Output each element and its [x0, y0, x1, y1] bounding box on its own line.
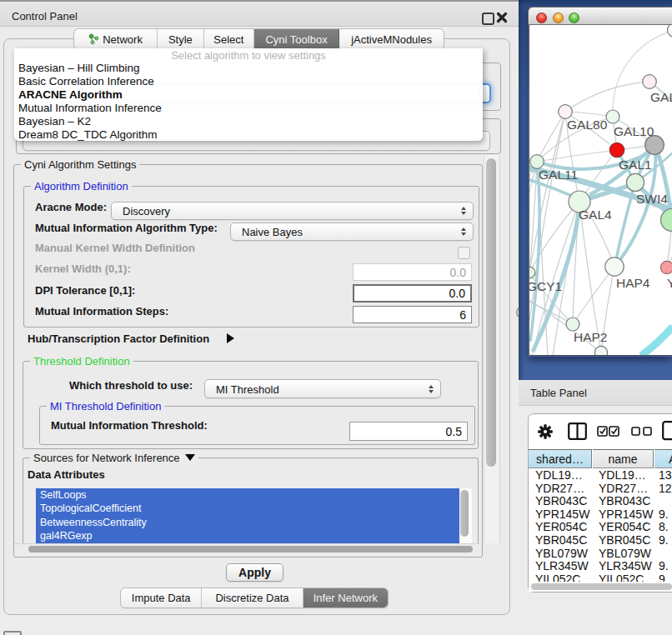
data-attributes-list[interactable]: SelfLoopsTopologicalCoefficientBetweenne… — [36, 488, 472, 543]
manual-kernel-checkbox[interactable] — [458, 247, 470, 259]
document-icon[interactable] — [662, 421, 672, 441]
hub-definition-label[interactable]: Hub/Transcription Factor Definition — [28, 332, 209, 345]
graph-node-label: GAL10 — [614, 124, 654, 138]
table-cell: YIL052C — [529, 573, 592, 582]
aracne-mode-combobox[interactable]: Discovery — [111, 202, 474, 220]
table-row[interactable]: YDR27…YDR27…12 — [529, 482, 672, 496]
tab-jactivemnodules[interactable]: jActiveMNodules — [339, 29, 444, 49]
network-window-titlebar[interactable] — [528, 7, 672, 25]
kernel-width-label: Kernel Width (0,1): — [35, 262, 131, 275]
mi-threshold-group-title: MI Threshold Definition — [47, 400, 164, 412]
table-rows[interactable]: YDL19…YDL19…13YDR27…YDR27…12YBR043CYBR04… — [529, 469, 672, 582]
graph-edge[interactable] — [529, 300, 601, 352]
graph-node[interactable] — [594, 346, 607, 356]
table-row[interactable]: YBR045CYBR045C9. — [529, 534, 672, 548]
tab-impute-data[interactable]: Impute Data — [121, 588, 202, 608]
graph-node-swi4[interactable] — [626, 173, 644, 191]
graph-edge[interactable] — [573, 267, 614, 324]
table-cell: 9. — [654, 573, 669, 582]
combo-arrows-icon — [461, 228, 466, 236]
unchecked-columns-icon[interactable] — [631, 427, 652, 436]
graph-node-gal80[interactable] — [559, 105, 573, 119]
apply-button[interactable]: Apply — [226, 563, 283, 582]
table-row[interactable]: YDL19…YDL19…13 — [529, 469, 672, 482]
graph-node-y[interactable] — [660, 261, 672, 273]
table-row[interactable]: YIL052CYIL052C9. — [529, 573, 672, 582]
table-row[interactable]: YLR345WYLR345W9. — [529, 560, 672, 573]
table-header-shared-name[interactable]: shared… — [529, 449, 592, 468]
table-cell: 13 — [654, 469, 672, 482]
cytoscape-app: Control Panel NetworkStyleSelectCyni Too… — [0, 0, 672, 635]
table-cell: YBR045C — [529, 534, 592, 548]
graph-node[interactable] — [668, 25, 672, 38]
graph-node-gal1[interactable] — [609, 142, 624, 157]
dropdown-item[interactable]: Bayesian – K2 — [14, 115, 483, 128]
collapse-down-icon[interactable] — [185, 454, 195, 461]
column-header-label: shared… — [536, 452, 584, 466]
algorithm-dropdown-popup: Select algorithm to view settingsBayesia… — [14, 48, 483, 141]
table-row[interactable]: YPR145WYPR145W9. — [529, 508, 672, 522]
window-close-icon[interactable] — [536, 12, 547, 23]
dropdown-item[interactable]: Bayesian – Hill Climbing — [14, 62, 483, 75]
dpi-tolerance-field[interactable]: 0.0 — [353, 284, 472, 302]
close-icon[interactable] — [496, 12, 508, 23]
settings-hscrollbar-thumb[interactable] — [28, 546, 473, 552]
graph-edge[interactable] — [565, 82, 649, 112]
float-window-icon[interactable] — [482, 12, 494, 25]
graph-node-hap4[interactable] — [605, 258, 624, 276]
attribute-list-item[interactable]: gal4RGexp — [36, 529, 459, 542]
table-row[interactable]: YBL079WYBL079W — [529, 548, 672, 561]
window-minimize-icon[interactable] — [553, 12, 564, 23]
graph-edge[interactable] — [641, 327, 672, 356]
table-header-next-column[interactable]: A — [654, 449, 672, 468]
mi-threshold-field[interactable]: 0.5 — [349, 422, 468, 441]
attribute-list-item[interactable]: TopologicalCoefficient — [36, 502, 459, 515]
table-hscrollbar-thumb[interactable] — [531, 583, 672, 590]
graph-node[interactable] — [645, 136, 664, 155]
sources-title-text: Sources for Network Inference — [33, 452, 180, 464]
tab-cyni-toolbox[interactable]: Cyni Toolbox — [254, 29, 339, 49]
graph-node-gal10[interactable] — [606, 110, 619, 123]
dropdown-item[interactable]: ARACNE Algorithm — [14, 88, 483, 102]
graph-node[interactable] — [661, 209, 672, 232]
graph-node-gcy1[interactable] — [529, 267, 535, 278]
graph-node-label: Y — [667, 276, 672, 290]
table-row[interactable]: YBR043CYBR043C — [529, 495, 672, 508]
attribute-list-item[interactable]: BetweennessCentrality — [36, 516, 459, 529]
table-row[interactable]: YER054CYER054C8. — [529, 521, 672, 534]
split-view-icon[interactable] — [568, 422, 587, 440]
table-cell: YPR145W — [529, 508, 592, 522]
settings-vscrollbar-thumb[interactable] — [486, 158, 496, 467]
network-view[interactable]: GAL2GAL80GAL10GAL1GAL11GAL4SWI4GCY1HAP4Y… — [529, 25, 672, 356]
expand-right-icon[interactable] — [227, 333, 234, 343]
attribute-list-item[interactable]: SelfLoops — [36, 488, 459, 502]
window-zoom-icon[interactable] — [569, 12, 579, 23]
table-header-name[interactable]: name — [593, 449, 654, 468]
tab-infer-network[interactable]: Infer Network — [303, 588, 388, 608]
checked-columns-icon[interactable] — [597, 426, 619, 437]
tab-discretize-data[interactable]: Discretize Data — [202, 588, 303, 608]
tab-style[interactable]: Style — [158, 29, 204, 49]
gear-icon[interactable] — [538, 424, 553, 439]
dropdown-item[interactable]: Dream8 DC_TDC Algorithm — [14, 128, 483, 142]
column-header-label: A — [669, 452, 672, 466]
graph-node-gal2[interactable] — [643, 75, 657, 89]
graph-node-gal11[interactable] — [530, 155, 544, 169]
which-threshold-combobox[interactable]: MI Threshold — [204, 379, 441, 398]
tab-network[interactable]: Network — [74, 29, 158, 49]
tab-select[interactable]: Select — [204, 29, 254, 49]
status-bar-icon[interactable] — [3, 631, 22, 635]
graph-node-label: GAL11 — [539, 168, 578, 182]
graph-edge[interactable] — [537, 150, 617, 162]
mi-steps-field[interactable]: 6 — [353, 306, 472, 323]
graph-node-hap2[interactable] — [566, 318, 579, 331]
kernel-width-field[interactable]: 0.0 — [353, 263, 472, 281]
threshold-definition-title: Threshold Definition — [30, 355, 133, 368]
graph-edge[interactable] — [537, 112, 565, 162]
mi-type-combobox[interactable]: Naive Bayes — [230, 222, 474, 241]
dropdown-item[interactable]: Basic Correlation Inference — [14, 75, 483, 88]
dropdown-item[interactable]: Mutual Information Inference — [14, 102, 483, 115]
mi-type-label: Mutual Information Algorithm Type: — [35, 222, 218, 234]
list-scrollbar-thumb[interactable] — [460, 490, 469, 537]
table-cell: YBL079W — [529, 548, 592, 561]
